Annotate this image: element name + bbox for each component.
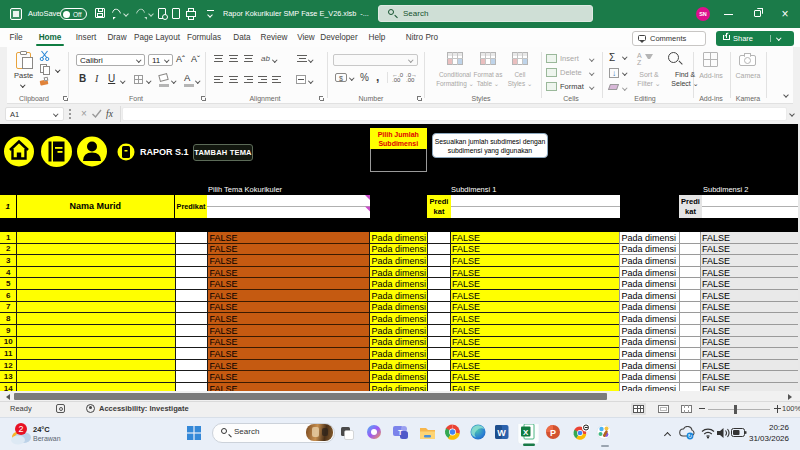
svg-text:2: 2: [18, 424, 23, 434]
svg-text:T: T: [398, 429, 403, 436]
svg-text:P: P: [550, 428, 556, 438]
svg-text:X: X: [523, 428, 529, 437]
svg-text:↻: ↻: [688, 433, 693, 439]
svg-text:W: W: [497, 428, 506, 438]
